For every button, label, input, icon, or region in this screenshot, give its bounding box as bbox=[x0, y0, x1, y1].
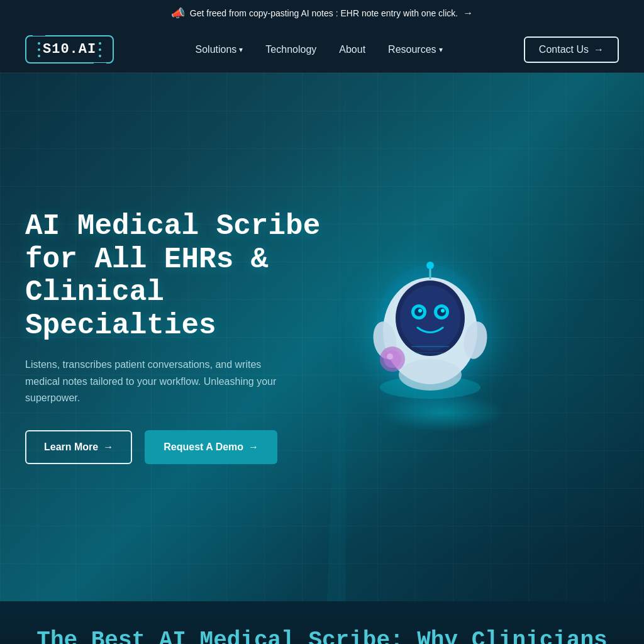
nav-item-about[interactable]: About bbox=[339, 44, 365, 55]
hero-buttons: Learn More → Request A Demo → bbox=[25, 430, 321, 464]
megaphone-icon: 📣 bbox=[171, 6, 185, 20]
circuit-dots-left bbox=[38, 42, 40, 57]
robot-svg bbox=[367, 249, 493, 400]
bottom-section: The Best AI Medical Scribe: Why Clinicia… bbox=[0, 601, 644, 644]
nav-link-resources[interactable]: Resources ▾ bbox=[388, 44, 442, 55]
circuit-dot bbox=[38, 42, 40, 45]
circuit-dot bbox=[38, 48, 40, 51]
circuit-dot bbox=[99, 55, 101, 57]
circuit-dot bbox=[38, 55, 40, 57]
svg-point-16 bbox=[384, 350, 401, 368]
nav-link-about[interactable]: About bbox=[339, 44, 365, 55]
svg-point-4 bbox=[400, 286, 460, 351]
arrow-icon: → bbox=[103, 441, 113, 453]
logo-text[interactable]: S10.AI bbox=[25, 35, 114, 64]
chevron-down-icon: ▾ bbox=[439, 45, 443, 54]
logo-circuit: S10.AI bbox=[35, 42, 104, 57]
nav-item-technology[interactable]: Technology bbox=[265, 44, 316, 55]
svg-point-12 bbox=[426, 262, 434, 269]
circuit-dot bbox=[99, 42, 101, 45]
hero-section: AI Medical Scribe for All EHRs & Clinica… bbox=[0, 73, 644, 601]
hero-content: AI Medical Scribe for All EHRs & Clinica… bbox=[0, 210, 346, 465]
svg-point-17 bbox=[387, 353, 393, 360]
robot-illustration bbox=[367, 249, 518, 425]
learn-more-button[interactable]: Learn More → bbox=[25, 430, 132, 464]
logo-brand[interactable]: S10.AI bbox=[43, 42, 96, 57]
svg-point-9 bbox=[418, 309, 422, 313]
banner-arrow: → bbox=[463, 8, 473, 19]
arrow-icon: → bbox=[248, 441, 258, 453]
logo[interactable]: S10.AI bbox=[25, 35, 114, 64]
bottom-title: The Best AI Medical Scribe: Why Clinicia… bbox=[25, 626, 619, 644]
navbar: S10.AI Solutions ▾ Technology About bbox=[0, 26, 644, 73]
contact-us-button[interactable]: Contact Us → bbox=[524, 36, 619, 63]
nav-link-solutions[interactable]: Solutions ▾ bbox=[196, 44, 243, 55]
banner-text: Get freed from copy-pasting AI notes : E… bbox=[190, 8, 458, 18]
hero-title: AI Medical Scribe for All EHRs & Clinica… bbox=[25, 210, 321, 343]
arrow-icon: → bbox=[594, 44, 604, 55]
svg-point-18 bbox=[399, 359, 462, 391]
top-banner: 📣 Get freed from copy-pasting AI notes :… bbox=[0, 0, 644, 26]
nav-item-solutions[interactable]: Solutions ▾ bbox=[196, 44, 243, 55]
request-demo-button[interactable]: Request A Demo → bbox=[145, 430, 277, 464]
hero-subtitle: Listens, transcribes patient conversatio… bbox=[25, 357, 289, 406]
nav-links: Solutions ▾ Technology About Resources ▾ bbox=[196, 44, 443, 55]
nav-item-resources[interactable]: Resources ▾ bbox=[388, 44, 442, 55]
nav-link-technology[interactable]: Technology bbox=[265, 44, 316, 55]
circuit-dot bbox=[99, 48, 101, 51]
svg-point-10 bbox=[441, 309, 445, 313]
chevron-down-icon: ▾ bbox=[239, 45, 243, 54]
circuit-dots-right bbox=[99, 42, 101, 57]
